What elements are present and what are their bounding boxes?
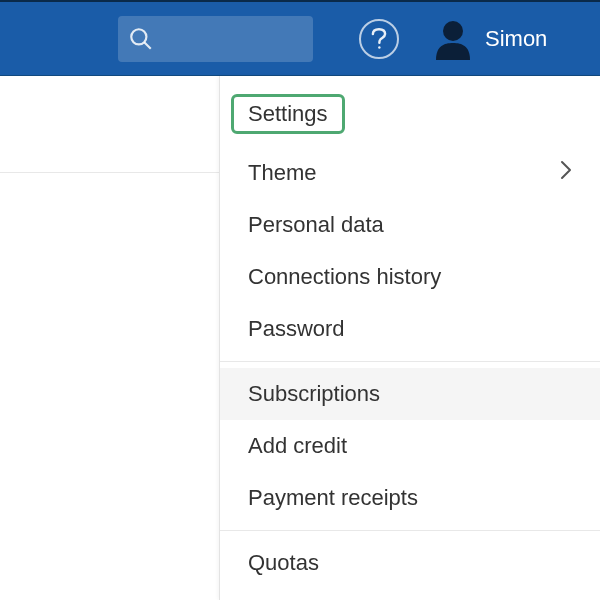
svg-point-0 (131, 29, 146, 44)
menu-item-password[interactable]: Password (220, 303, 600, 355)
menu-item-label: Payment receipts (248, 485, 418, 511)
menu-item-subscriptions[interactable]: Subscriptions (220, 368, 600, 420)
menu-separator (220, 530, 600, 531)
menu-item-connections-history[interactable]: Connections history (220, 251, 600, 303)
search-icon (128, 26, 154, 52)
user-menu-trigger[interactable]: Simon (433, 18, 547, 60)
menu-item-personal-data[interactable]: Personal data (220, 199, 600, 251)
avatar-icon (433, 18, 473, 60)
question-icon (370, 28, 388, 50)
menu-item-add-credit[interactable]: Add credit (220, 420, 600, 472)
menu-item-label: Personal data (248, 212, 384, 238)
background-divider (0, 172, 220, 173)
menu-item-label: Quotas (248, 550, 319, 576)
menu-item-payment-receipts[interactable]: Payment receipts (220, 472, 600, 524)
menu-item-label: Theme (248, 160, 316, 186)
chevron-right-icon (560, 160, 572, 186)
menu-item-label: Add credit (248, 433, 347, 459)
menu-separator (220, 361, 600, 362)
svg-point-2 (378, 46, 380, 48)
menu-item-label: Subscriptions (248, 381, 380, 407)
menu-item-label: Settings (248, 101, 328, 126)
help-button[interactable] (359, 19, 399, 59)
menu-item-label: Connections history (248, 264, 441, 290)
user-dropdown-menu: Settings Theme Personal data Connections… (219, 76, 600, 600)
search-input[interactable] (118, 16, 313, 62)
menu-item-settings[interactable]: Settings (220, 76, 600, 147)
topbar: Simon (0, 0, 600, 76)
menu-item-theme[interactable]: Theme (220, 147, 600, 199)
svg-line-1 (144, 42, 151, 49)
menu-item-quotas[interactable]: Quotas (220, 537, 600, 589)
menu-item-label: Password (248, 316, 345, 342)
svg-point-3 (443, 21, 463, 41)
username-label: Simon (485, 26, 547, 52)
